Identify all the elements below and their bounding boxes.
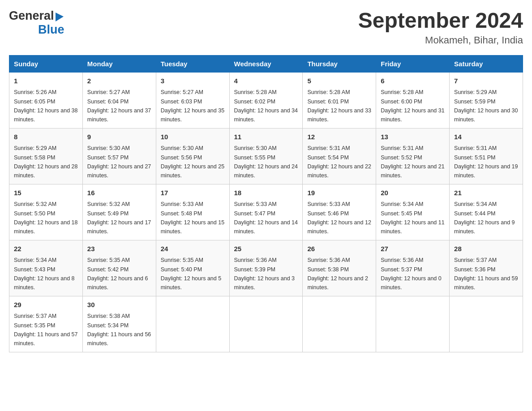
col-friday: Friday xyxy=(376,55,450,72)
day-number: 7 xyxy=(454,76,518,86)
logo: General Blue xyxy=(9,9,64,37)
table-row: 27 Sunrise: 5:36 AMSunset: 5:37 PMDaylig… xyxy=(376,240,450,296)
table-row: 12 Sunrise: 5:31 AMSunset: 5:54 PMDaylig… xyxy=(303,128,376,184)
day-info: Sunrise: 5:28 AMSunset: 6:01 PMDaylight:… xyxy=(307,89,371,123)
day-info: Sunrise: 5:28 AMSunset: 6:00 PMDaylight:… xyxy=(381,89,444,123)
location-title: Mokameh, Bihar, India xyxy=(358,34,523,46)
day-info: Sunrise: 5:32 AMSunset: 5:49 PMDaylight:… xyxy=(87,201,151,235)
col-sunday: Sunday xyxy=(9,55,83,72)
table-row: 19 Sunrise: 5:33 AMSunset: 5:46 PMDaylig… xyxy=(303,184,376,240)
calendar-week-row: 8 Sunrise: 5:29 AMSunset: 5:58 PMDayligh… xyxy=(9,128,523,184)
title-section: September 2024 Mokameh, Bihar, India xyxy=(358,9,523,46)
day-number: 2 xyxy=(87,76,151,86)
day-info: Sunrise: 5:35 AMSunset: 5:40 PMDaylight:… xyxy=(161,257,222,291)
svg-marker-0 xyxy=(56,13,64,21)
day-info: Sunrise: 5:31 AMSunset: 5:52 PMDaylight:… xyxy=(381,145,444,179)
day-info: Sunrise: 5:31 AMSunset: 5:54 PMDaylight:… xyxy=(307,145,371,179)
day-info: Sunrise: 5:26 AMSunset: 6:05 PMDaylight:… xyxy=(14,89,77,123)
table-row: 1 Sunrise: 5:26 AMSunset: 6:05 PMDayligh… xyxy=(9,72,83,128)
day-number: 10 xyxy=(161,132,225,142)
day-number: 8 xyxy=(14,132,78,142)
day-info: Sunrise: 5:27 AMSunset: 6:04 PMDaylight:… xyxy=(87,89,151,123)
calendar-header-row: Sunday Monday Tuesday Wednesday Thursday… xyxy=(9,55,523,72)
table-row: 11 Sunrise: 5:30 AMSunset: 5:55 PMDaylig… xyxy=(229,128,303,184)
table-row: 24 Sunrise: 5:35 AMSunset: 5:40 PMDaylig… xyxy=(156,240,229,296)
day-info: Sunrise: 5:35 AMSunset: 5:42 PMDaylight:… xyxy=(87,257,148,291)
day-info: Sunrise: 5:30 AMSunset: 5:55 PMDaylight:… xyxy=(234,145,298,179)
table-row: 8 Sunrise: 5:29 AMSunset: 5:58 PMDayligh… xyxy=(9,128,83,184)
day-info: Sunrise: 5:34 AMSunset: 5:43 PMDaylight:… xyxy=(14,257,75,291)
table-row xyxy=(376,296,450,352)
day-number: 6 xyxy=(381,76,445,86)
day-number: 17 xyxy=(161,188,225,198)
day-info: Sunrise: 5:30 AMSunset: 5:57 PMDaylight:… xyxy=(87,145,151,179)
col-saturday: Saturday xyxy=(450,55,523,72)
day-number: 18 xyxy=(234,188,298,198)
logo-general-text: General xyxy=(9,9,54,23)
table-row: 13 Sunrise: 5:31 AMSunset: 5:52 PMDaylig… xyxy=(376,128,450,184)
day-info: Sunrise: 5:34 AMSunset: 5:44 PMDaylight:… xyxy=(454,201,515,235)
day-info: Sunrise: 5:31 AMSunset: 5:51 PMDaylight:… xyxy=(454,145,518,179)
table-row: 6 Sunrise: 5:28 AMSunset: 6:00 PMDayligh… xyxy=(376,72,450,128)
table-row xyxy=(303,296,376,352)
day-info: Sunrise: 5:33 AMSunset: 5:46 PMDaylight:… xyxy=(307,201,371,235)
day-number: 20 xyxy=(381,188,445,198)
table-row: 10 Sunrise: 5:30 AMSunset: 5:56 PMDaylig… xyxy=(156,128,229,184)
day-info: Sunrise: 5:29 AMSunset: 5:59 PMDaylight:… xyxy=(454,89,518,123)
calendar-week-row: 15 Sunrise: 5:32 AMSunset: 5:50 PMDaylig… xyxy=(9,184,523,240)
day-number: 23 xyxy=(87,244,151,254)
table-row: 21 Sunrise: 5:34 AMSunset: 5:44 PMDaylig… xyxy=(450,184,523,240)
col-monday: Monday xyxy=(82,55,156,72)
day-number: 1 xyxy=(14,76,78,86)
table-row: 30 Sunrise: 5:38 AMSunset: 5:34 PMDaylig… xyxy=(82,296,156,352)
day-info: Sunrise: 5:37 AMSunset: 5:36 PMDaylight:… xyxy=(454,257,518,291)
day-number: 29 xyxy=(14,300,78,310)
table-row: 4 Sunrise: 5:28 AMSunset: 6:02 PMDayligh… xyxy=(229,72,303,128)
day-number: 25 xyxy=(234,244,298,254)
day-info: Sunrise: 5:33 AMSunset: 5:48 PMDaylight:… xyxy=(161,201,224,235)
table-row: 29 Sunrise: 5:37 AMSunset: 5:35 PMDaylig… xyxy=(9,296,83,352)
day-number: 22 xyxy=(14,244,78,254)
logo-arrow-icon xyxy=(56,12,64,21)
table-row: 14 Sunrise: 5:31 AMSunset: 5:51 PMDaylig… xyxy=(450,128,523,184)
day-info: Sunrise: 5:36 AMSunset: 5:38 PMDaylight:… xyxy=(307,257,368,291)
table-row: 15 Sunrise: 5:32 AMSunset: 5:50 PMDaylig… xyxy=(9,184,83,240)
day-info: Sunrise: 5:34 AMSunset: 5:45 PMDaylight:… xyxy=(381,201,444,235)
table-row: 5 Sunrise: 5:28 AMSunset: 6:01 PMDayligh… xyxy=(303,72,376,128)
day-number: 19 xyxy=(307,188,371,198)
day-info: Sunrise: 5:32 AMSunset: 5:50 PMDaylight:… xyxy=(14,201,77,235)
day-number: 3 xyxy=(161,76,225,86)
day-number: 16 xyxy=(87,188,151,198)
table-row xyxy=(156,296,229,352)
table-row: 23 Sunrise: 5:35 AMSunset: 5:42 PMDaylig… xyxy=(82,240,156,296)
col-thursday: Thursday xyxy=(303,55,376,72)
calendar-week-row: 29 Sunrise: 5:37 AMSunset: 5:35 PMDaylig… xyxy=(9,296,523,352)
day-number: 9 xyxy=(87,132,151,142)
day-number: 4 xyxy=(234,76,298,86)
table-row xyxy=(450,296,523,352)
day-info: Sunrise: 5:28 AMSunset: 6:02 PMDaylight:… xyxy=(234,89,298,123)
calendar-table: Sunday Monday Tuesday Wednesday Thursday… xyxy=(9,55,523,352)
table-row: 22 Sunrise: 5:34 AMSunset: 5:43 PMDaylig… xyxy=(9,240,83,296)
table-row: 26 Sunrise: 5:36 AMSunset: 5:38 PMDaylig… xyxy=(303,240,376,296)
day-number: 24 xyxy=(161,244,225,254)
day-info: Sunrise: 5:33 AMSunset: 5:47 PMDaylight:… xyxy=(234,201,298,235)
day-info: Sunrise: 5:36 AMSunset: 5:39 PMDaylight:… xyxy=(234,257,295,291)
day-number: 26 xyxy=(307,244,371,254)
month-title: September 2024 xyxy=(358,9,523,33)
day-info: Sunrise: 5:30 AMSunset: 5:56 PMDaylight:… xyxy=(161,145,224,179)
day-info: Sunrise: 5:37 AMSunset: 5:35 PMDaylight:… xyxy=(14,313,77,347)
day-info: Sunrise: 5:38 AMSunset: 5:34 PMDaylight:… xyxy=(87,313,151,347)
table-row: 28 Sunrise: 5:37 AMSunset: 5:36 PMDaylig… xyxy=(450,240,523,296)
logo-blue-text: Blue xyxy=(38,23,64,37)
table-row: 25 Sunrise: 5:36 AMSunset: 5:39 PMDaylig… xyxy=(229,240,303,296)
day-number: 14 xyxy=(454,132,518,142)
day-number: 11 xyxy=(234,132,298,142)
table-row: 2 Sunrise: 5:27 AMSunset: 6:04 PMDayligh… xyxy=(82,72,156,128)
day-info: Sunrise: 5:27 AMSunset: 6:03 PMDaylight:… xyxy=(161,89,224,123)
col-wednesday: Wednesday xyxy=(229,55,303,72)
table-row: 16 Sunrise: 5:32 AMSunset: 5:49 PMDaylig… xyxy=(82,184,156,240)
table-row: 3 Sunrise: 5:27 AMSunset: 6:03 PMDayligh… xyxy=(156,72,229,128)
day-number: 15 xyxy=(14,188,78,198)
table-row: 9 Sunrise: 5:30 AMSunset: 5:57 PMDayligh… xyxy=(82,128,156,184)
